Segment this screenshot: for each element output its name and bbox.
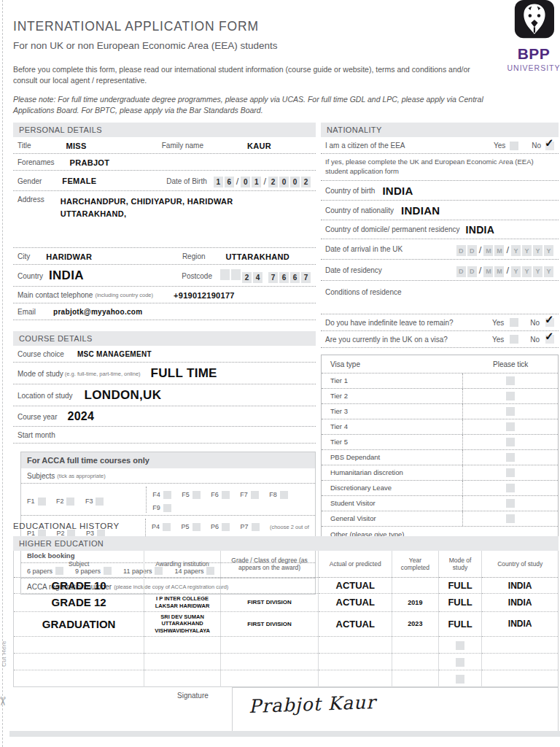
mode-of-study-field[interactable]: FULL TIME bbox=[151, 366, 217, 381]
city-field[interactable]: HARIDWAR bbox=[46, 252, 92, 261]
dob-digit[interactable]: 6 bbox=[225, 177, 234, 187]
col-actual-predicted: Actual or predicted bbox=[319, 551, 392, 578]
dob-digit[interactable]: 0 bbox=[241, 177, 250, 187]
postcode-digit[interactable]: 6 bbox=[279, 272, 289, 283]
country-of-nationality-field[interactable]: INDIAN bbox=[401, 204, 440, 217]
bpp-logo: BPP UNIVERSITY bbox=[503, 0, 560, 72]
visa-yes-checkbox[interactable] bbox=[510, 335, 518, 344]
postcode-digit[interactable]: 4 bbox=[253, 272, 262, 283]
email-field[interactable]: prabjotk@myyahoo.com bbox=[53, 308, 142, 316]
mode-checkbox[interactable] bbox=[456, 658, 464, 667]
forenames-field[interactable]: PRABJOT bbox=[70, 158, 110, 167]
subject-f2-checkbox[interactable] bbox=[66, 498, 74, 506]
table-row[interactable]: GRADE 10 ACTUAL FULL INDIA bbox=[14, 578, 559, 594]
postcode-digit[interactable]: 7 bbox=[268, 272, 278, 283]
course-choice-field[interactable]: MSC MANAGEMENT bbox=[77, 350, 152, 358]
forenames-row: Forenames PRABJOT bbox=[13, 154, 316, 171]
eea-yes-checkbox[interactable] bbox=[510, 142, 518, 150]
dob-digit[interactable]: 2 bbox=[268, 177, 278, 187]
visa-row-discretionary: Discretionary Leave bbox=[322, 481, 558, 496]
postcode-digit[interactable] bbox=[231, 269, 241, 280]
table-row[interactable]: GRADUATION SRI DEV SUMAN UTTARAKHAND VIS… bbox=[14, 611, 559, 636]
subject-f6-checkbox[interactable] bbox=[222, 491, 230, 499]
dob-digit[interactable]: 1 bbox=[214, 177, 223, 187]
mode-checkbox[interactable] bbox=[456, 675, 464, 684]
region-field[interactable]: UTTARAKHAND bbox=[226, 252, 289, 261]
tier1-checkbox[interactable] bbox=[506, 376, 515, 385]
mode-of-study-label: Mode of study bbox=[18, 370, 63, 378]
check-icon: ✓ bbox=[545, 136, 554, 150]
tier4-checkbox[interactable] bbox=[506, 422, 515, 431]
tier2-checkbox[interactable] bbox=[506, 392, 515, 400]
subject-f1-checkbox[interactable] bbox=[38, 498, 46, 506]
subject-f8-checkbox[interactable] bbox=[280, 491, 288, 499]
postcode-digit[interactable]: 6 bbox=[290, 272, 300, 283]
lion-icon bbox=[513, 0, 554, 41]
postcode-digit[interactable]: 7 bbox=[301, 272, 311, 283]
humanitarian-checkbox[interactable] bbox=[506, 468, 515, 477]
postcode-field[interactable]: 247667 bbox=[219, 269, 311, 283]
form-header: INTERNATIONAL APPLICATION FORM For non U… bbox=[13, 19, 494, 116]
subject-f7-checkbox[interactable] bbox=[251, 491, 259, 499]
table-header-row: Subject Awarding institution Grade / Cla… bbox=[14, 551, 559, 578]
country-of-nationality-row: Country of nationality INDIAN bbox=[321, 201, 559, 220]
dob-digit[interactable]: 1 bbox=[252, 177, 261, 187]
location-field[interactable]: LONDON,UK bbox=[85, 388, 162, 403]
subject-f5-checkbox[interactable] bbox=[192, 491, 201, 499]
visa-no-checkbox[interactable]: ✓ bbox=[545, 335, 554, 344]
note-text: Please note: For full time undergraduate… bbox=[13, 94, 491, 115]
title-field[interactable]: MISS bbox=[66, 142, 87, 150]
cut-here-label: Cut Here bbox=[1, 640, 9, 667]
subject-f9-checkbox[interactable] bbox=[163, 504, 171, 512]
leave-no-checkbox[interactable]: ✓ bbox=[545, 318, 554, 327]
arrival-date-field[interactable]: DD/MM/YYYY bbox=[456, 243, 554, 257]
dob-digit[interactable]: 2 bbox=[301, 177, 311, 187]
dob-digit[interactable]: 0 bbox=[279, 177, 289, 187]
educational-history-section: EDUCATIONAL HISTORY HIGHER EDUCATION Sub… bbox=[13, 522, 559, 737]
visa-row-tier2: Tier 2 bbox=[322, 389, 558, 404]
pbs-dependant-checkbox[interactable] bbox=[506, 453, 515, 462]
residency-date-field[interactable]: DD/MM/YYYY bbox=[456, 263, 554, 277]
leave-yes-checkbox[interactable] bbox=[510, 318, 518, 327]
phone-label: Main contact telephone bbox=[18, 291, 93, 299]
higher-education-table: Subject Awarding institution Grade / Cla… bbox=[13, 551, 559, 687]
country-label: Country bbox=[18, 272, 43, 280]
country-field[interactable]: INDIA bbox=[49, 268, 84, 283]
course-details-heading: COURSE DETAILS bbox=[13, 331, 316, 346]
dob-field[interactable]: 16/01/2002 bbox=[213, 174, 311, 187]
subject-f3-checkbox[interactable] bbox=[96, 498, 104, 506]
family-name-field[interactable]: KAUR bbox=[247, 142, 271, 150]
tier3-checkbox[interactable] bbox=[506, 407, 515, 416]
personal-details-heading: PERSONAL DETAILS bbox=[13, 123, 316, 137]
forenames-label: Forenames bbox=[18, 158, 55, 166]
phone-row: Main contact telephone (including countr… bbox=[13, 287, 316, 303]
table-row[interactable]: GRADE 12 I P INTER COLLEGE LAKSAR HARIDW… bbox=[14, 594, 559, 612]
country-of-domicile-field[interactable]: INDIA bbox=[466, 224, 495, 236]
discretionary-leave-checkbox[interactable] bbox=[506, 484, 515, 492]
mode-checkbox[interactable] bbox=[456, 641, 464, 650]
eea-note: If yes, please complete the UK and Europ… bbox=[321, 154, 559, 181]
signature-field[interactable]: Prabjot Kaur bbox=[232, 687, 559, 737]
student-visitor-checkbox[interactable] bbox=[506, 499, 515, 508]
dob-digit[interactable]: 0 bbox=[290, 177, 300, 187]
country-of-birth-field[interactable]: INDIA bbox=[382, 185, 413, 197]
table-row-empty[interactable] bbox=[14, 653, 559, 670]
postcode-digit[interactable] bbox=[220, 269, 230, 280]
visa-row-student-visitor: Student Visitor bbox=[322, 496, 558, 511]
conditions-of-residence-row[interactable]: Conditions of residence bbox=[321, 281, 559, 314]
scissors-icon: ✂ bbox=[0, 697, 9, 706]
visa-type-table: Visa type Please tick Tier 1 Tier 2 Tier… bbox=[321, 355, 559, 543]
postcode-digit[interactable]: 2 bbox=[242, 272, 252, 283]
eea-no-label: No bbox=[532, 142, 541, 150]
course-year-field[interactable]: 2024 bbox=[67, 410, 94, 423]
leave-yes-label: Yes bbox=[492, 319, 504, 327]
subject-f4-checkbox[interactable] bbox=[163, 491, 171, 499]
phone-field[interactable]: +919012190177 bbox=[174, 291, 235, 300]
table-row-empty[interactable] bbox=[14, 636, 559, 653]
address-field[interactable]: HARCHANDPUR, CHIDIYAPUR, HARIDWAR UTTARA… bbox=[61, 196, 233, 220]
tier5-checkbox[interactable] bbox=[506, 438, 515, 446]
conditions-label: Conditions of residence bbox=[325, 288, 402, 296]
gender-field[interactable]: FEMALE bbox=[62, 177, 96, 185]
table-row-empty[interactable] bbox=[14, 670, 559, 686]
eea-no-checkbox[interactable]: ✓ bbox=[545, 142, 554, 150]
